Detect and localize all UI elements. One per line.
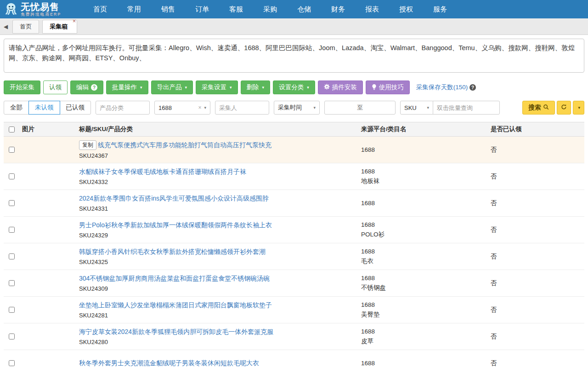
octopus-logo-icon	[5, 2, 17, 17]
source-platform: 1688	[361, 275, 488, 282]
select-all-checkbox[interactable]	[9, 126, 15, 132]
main-menu: 首页 常用 销售 订单 客服 采购 仓储 财务 报表 授权 服务	[83, 0, 457, 18]
product-sku: SKU24367	[79, 152, 358, 159]
nav-item-authorization[interactable]: 授权	[389, 0, 423, 18]
row-checkbox[interactable]	[9, 227, 15, 233]
chevron-down-icon: ▾	[140, 85, 142, 90]
table-header: 图片 标题/SKU/产品分类 来源平台/类目名 是否已认领	[4, 122, 584, 137]
row-checkbox[interactable]	[9, 280, 15, 286]
category-name: POLO衫	[361, 230, 488, 239]
help-icon: ?	[469, 84, 476, 91]
product-sku: SKU24329	[79, 232, 358, 239]
nav-item-orders[interactable]: 订单	[185, 0, 219, 18]
segment-all[interactable]: 全部	[4, 101, 29, 115]
product-category-input[interactable]	[96, 101, 150, 115]
app-title: 无忧易售	[21, 2, 61, 12]
batch-operations-button[interactable]: 批量操作 ▾	[106, 80, 148, 94]
row-checkbox[interactable]	[9, 307, 15, 313]
chevron-down-icon: ▾	[307, 85, 309, 90]
edit-button[interactable]: 编辑 ?	[70, 80, 103, 94]
usage-tips-button[interactable]: 使用技巧	[366, 80, 410, 94]
product-title-link[interactable]: 304不锈钢盆加厚厨房商用汤盆菜盆和面盆打蛋盆食堂不锈钢碗汤碗	[79, 275, 270, 283]
nav-item-common[interactable]: 常用	[117, 0, 151, 18]
collect-save-days-link[interactable]: 采集保存天数(150) ?	[416, 83, 476, 92]
segment-unclaimed[interactable]: 未认领	[28, 101, 60, 115]
product-title-link[interactable]: 韩版穿搭小香风针织毛衣女秋季新款外搭宽松慵懒感领开衫外套潮	[79, 248, 266, 256]
sku-field-select[interactable]: SKU ▾	[400, 101, 433, 115]
date-from-input[interactable]	[328, 102, 354, 114]
claimed-status: 否	[488, 306, 584, 314]
product-sku: SKU24281	[79, 312, 358, 319]
search-button[interactable]: 搜索	[522, 101, 555, 115]
tab-scroll-left-icon[interactable]: ◀	[4, 23, 8, 30]
copy-title-button[interactable]: 复制	[79, 140, 96, 150]
collect-save-days-label: 采集保存天数(150)	[416, 83, 468, 92]
category-name: 美臀垫	[361, 310, 488, 319]
refresh-button[interactable]	[557, 101, 571, 115]
segment-claimed[interactable]: 已认领	[60, 101, 91, 115]
product-url-input[interactable]	[4, 39, 584, 73]
row-checkbox[interactable]	[9, 173, 15, 179]
usage-tips-label: 使用技巧	[379, 83, 404, 92]
product-title-link[interactable]: 线充气泵便携式汽车用多功能轮胎打气筒自动高压打气泵快充	[98, 141, 271, 150]
nav-item-home[interactable]: 首页	[83, 0, 117, 18]
row-checkbox[interactable]	[9, 334, 15, 339]
plugin-install-button[interactable]: 插件安装	[318, 80, 363, 94]
product-title-link[interactable]: 海宁皮草女装2024新款冬季狐狸毛领内胆可拆卸皮毛一体外套派克服	[79, 328, 273, 336]
claimed-status: 否	[488, 172, 584, 181]
close-tab-icon[interactable]: ×	[73, 17, 76, 24]
nav-item-sales[interactable]: 销售	[151, 0, 185, 18]
product-title-link[interactable]: 坐垫地上卧室懒人沙发坐墩榻榻米蒲团日式家用阳台飘窗地板软垫子	[79, 301, 272, 310]
nav-item-reports[interactable]: 报表	[355, 0, 389, 18]
nav-item-warehouse[interactable]: 仓储	[287, 0, 321, 18]
batch-query-input[interactable]	[433, 101, 500, 115]
app-subtitle: 免费跨境电商ERP	[21, 12, 61, 17]
app-logo[interactable]: 无忧易售 免费跨境电商ERP	[0, 2, 76, 17]
collect-time-select[interactable]: 采集时间 ▾	[274, 101, 320, 115]
date-to-input[interactable]	[366, 102, 392, 114]
table-row: 复制 线充气泵便携式汽车用多功能轮胎打气筒自动高压打气泵快充 SKU24367 …	[4, 137, 584, 163]
tab-collect-box-label: 采集箱	[50, 23, 68, 30]
nav-item-service[interactable]: 客服	[219, 0, 253, 18]
collect-settings-button[interactable]: 采集设置 ▾	[196, 80, 238, 94]
claim-button[interactable]: 认领	[43, 80, 68, 94]
nav-item-finance[interactable]: 财务	[321, 0, 355, 18]
export-products-button[interactable]: 导出产品 ▾	[151, 80, 193, 94]
source-platform: 1688	[361, 146, 488, 153]
product-title-link[interactable]: 水貂绒袜子女冬季保暖毛绒地板卡通百搭珊瑚绒百搭月子袜	[79, 168, 246, 176]
collector-input[interactable]	[215, 101, 269, 115]
platform-select[interactable]: 1688 × ▾	[154, 101, 210, 115]
product-title-link[interactable]: 男士Polo衫秋冬季新款加绒加厚一体绒保暖翻领假两件条纹长袖上衣	[79, 221, 272, 230]
product-title-link[interactable]: 秋冬季外套男士夹克潮流金貂绒呢子男装冬装休闲短款毛呢大衣	[79, 359, 259, 368]
claimed-status: 否	[488, 253, 584, 261]
chevron-down-icon: ▾	[204, 105, 206, 110]
platform-select-value: 1688	[158, 104, 172, 111]
source-platform: 1688	[361, 360, 488, 367]
row-checkbox[interactable]	[9, 147, 15, 153]
clear-icon[interactable]: ×	[198, 104, 201, 111]
nav-item-purchase[interactable]: 采购	[253, 0, 287, 18]
table-row: 坐垫地上卧室懒人沙发坐墩榻榻米蒲团日式家用阳台飘窗地板软垫子 SKU24281 …	[4, 297, 584, 323]
delete-button[interactable]: 删除 ▾	[241, 80, 271, 94]
category-name: 地板袜	[361, 177, 488, 185]
claim-label: 认领	[49, 83, 62, 92]
set-category-button[interactable]: 设置分类 ▾	[273, 80, 315, 94]
chevron-down-icon: ▾	[262, 85, 265, 90]
header-title-sku-category: 标题/SKU/产品分类	[76, 125, 358, 133]
search-options-dropdown-button[interactable]: ▾	[573, 101, 584, 115]
filter-bar: 全部 未认领 已认领 1688 × ▾ 采集时间 ▾ 至 SKU ▾ 搜索	[4, 101, 584, 115]
tab-home[interactable]: 首页	[12, 20, 39, 34]
start-collect-button[interactable]: 开始采集	[4, 80, 40, 94]
table-row: 海宁皮草女装2024新款冬季狐狸毛领内胆可拆卸皮毛一体外套派克服 SKU2428…	[4, 323, 584, 350]
row-checkbox[interactable]	[9, 200, 15, 206]
row-checkbox[interactable]	[9, 253, 15, 259]
date-range-to-label: 至	[354, 104, 366, 112]
product-sku: SKU24331	[79, 205, 358, 212]
row-checkbox[interactable]	[9, 360, 15, 366]
category-name: 皮草	[361, 337, 488, 345]
nav-item-services[interactable]: 服务	[423, 0, 457, 18]
product-title-link[interactable]: 2024新款冬季围巾女百搭ins风学生可爱氛围感小众设计高级感围脖	[79, 195, 269, 203]
set-category-label: 设置分类	[279, 83, 304, 92]
plugin-install-label: 插件安装	[332, 83, 357, 92]
tab-collect-box[interactable]: 采集箱 ×	[42, 20, 77, 34]
